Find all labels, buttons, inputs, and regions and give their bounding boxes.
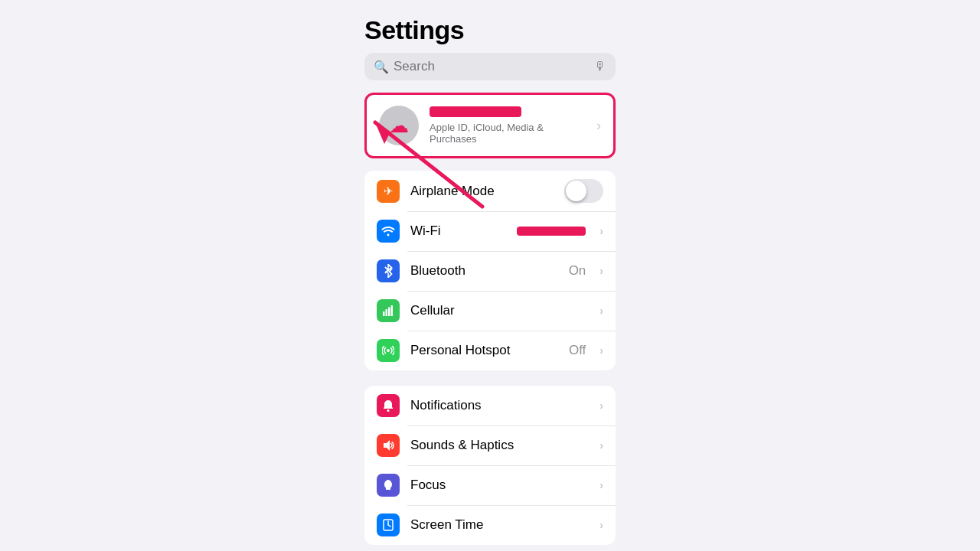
sounds-haptics-icon <box>377 434 400 457</box>
notifications-label: Notifications <box>410 398 589 413</box>
wifi-label: Wi-Fi <box>410 223 506 239</box>
cellular-icon <box>377 299 400 322</box>
svg-rect-5 <box>391 305 394 316</box>
profile-subtitle: Apple ID, iCloud, Media & Purchases <box>430 122 586 145</box>
search-bar[interactable]: 🔍 🎙 <box>364 53 616 80</box>
airplane-mode-icon: ✈ <box>377 180 400 203</box>
page-title: Settings <box>352 0 628 53</box>
profile-chevron-icon: › <box>596 118 601 134</box>
personal-hotspot-chevron-icon: › <box>599 344 603 357</box>
search-input[interactable] <box>394 59 590 74</box>
screen-time-row[interactable]: Screen Time › <box>364 505 616 545</box>
wifi-name-redacted <box>517 227 586 236</box>
notifications-chevron-icon: › <box>599 399 603 412</box>
wifi-chevron-icon: › <box>599 225 603 237</box>
screen-container: Settings 🔍 🎙 ☁ Apple ID, iCloud, Media &… <box>0 0 980 551</box>
connectivity-group: ✈ Airplane Mode Wi-Fi › <box>364 171 616 370</box>
airplane-mode-row[interactable]: ✈ Airplane Mode <box>364 171 616 211</box>
personal-hotspot-icon <box>377 339 400 362</box>
cellular-row[interactable]: Cellular › <box>364 291 616 331</box>
svg-point-7 <box>387 409 390 412</box>
wifi-icon <box>377 220 400 243</box>
personal-hotspot-label: Personal Hotspot <box>410 343 558 358</box>
sounds-haptics-row[interactable]: Sounds & Haptics › <box>364 425 616 465</box>
svg-point-6 <box>387 349 390 352</box>
focus-label: Focus <box>410 478 589 493</box>
svg-rect-3 <box>386 309 388 316</box>
airplane-mode-toggle[interactable] <box>564 179 603 203</box>
screen-time-icon <box>377 514 400 536</box>
svg-marker-8 <box>384 440 390 451</box>
profile-name-redacted <box>430 106 521 117</box>
airplane-mode-label: Airplane Mode <box>410 184 554 199</box>
avatar: ☁ <box>379 106 419 145</box>
screen-time-label: Screen Time <box>410 517 589 533</box>
sounds-haptics-label: Sounds & Haptics <box>410 438 589 453</box>
profile-info: Apple ID, iCloud, Media & Purchases <box>430 106 586 145</box>
bluetooth-value: On <box>569 263 586 279</box>
avatar-icon: ☁ <box>389 114 409 138</box>
bluetooth-label: Bluetooth <box>410 263 558 279</box>
focus-icon <box>377 474 400 497</box>
svg-rect-4 <box>388 308 390 317</box>
sounds-haptics-chevron-icon: › <box>599 439 603 452</box>
microphone-icon[interactable]: 🎙 <box>594 60 606 73</box>
focus-chevron-icon: › <box>599 479 603 491</box>
notifications-row[interactable]: Notifications › <box>364 386 616 425</box>
svg-rect-2 <box>383 311 385 316</box>
system-group: Notifications › Sounds & Haptics › <box>364 386 616 545</box>
bluetooth-icon <box>377 259 400 282</box>
wifi-row[interactable]: Wi-Fi › <box>364 211 616 251</box>
cellular-chevron-icon: › <box>599 305 603 317</box>
bluetooth-row[interactable]: Bluetooth On › <box>364 251 616 291</box>
cellular-label: Cellular <box>410 303 589 318</box>
settings-panel: Settings 🔍 🎙 ☁ Apple ID, iCloud, Media &… <box>352 0 628 551</box>
search-icon: 🔍 <box>374 60 389 74</box>
svg-line-11 <box>388 525 390 527</box>
profile-card[interactable]: ☁ Apple ID, iCloud, Media & Purchases › <box>364 93 616 158</box>
focus-row[interactable]: Focus › <box>364 465 616 505</box>
screen-time-chevron-icon: › <box>599 519 603 531</box>
bluetooth-chevron-icon: › <box>599 265 603 277</box>
personal-hotspot-value: Off <box>569 343 586 358</box>
personal-hotspot-row[interactable]: Personal Hotspot Off › <box>364 331 616 370</box>
notifications-icon <box>377 394 400 417</box>
